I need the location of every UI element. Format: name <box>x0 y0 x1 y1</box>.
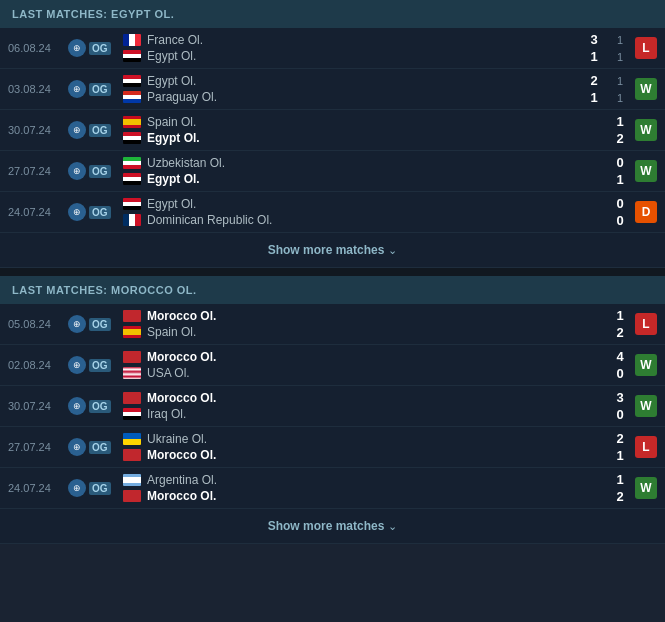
chevron-down-icon: ⌄ <box>388 244 397 257</box>
score2-main: 1 <box>613 448 627 463</box>
show-more-label: Show more matches <box>268 243 385 257</box>
score2-main: 2 <box>613 131 627 146</box>
competition-globe-icon: ⊕ <box>68 80 86 98</box>
score2-sub: 1 <box>613 51 627 63</box>
team1-row: Argentina Ol. <box>123 473 567 487</box>
match-row: 24.07.24 ⊕ OG Egypt Ol. Dominican Republ… <box>0 192 665 233</box>
score2-sub: 1 <box>613 92 627 104</box>
score1-row: 3 1 <box>567 32 627 47</box>
team1-flag <box>123 351 141 363</box>
team2-name: USA Ol. <box>147 366 190 380</box>
result-badge: W <box>635 354 657 376</box>
team2-name: Egypt Ol. <box>147 131 200 145</box>
competition-label: OG <box>89 165 111 178</box>
scores-col: 4 0 <box>567 349 627 381</box>
scores-col: 0 1 <box>567 155 627 187</box>
team1-name: France Ol. <box>147 33 203 47</box>
team2-row: USA Ol. <box>123 366 567 380</box>
match-row: 06.08.24 ⊕ OG France Ol. Egypt Ol. 3 1 <box>0 28 665 69</box>
team1-flag <box>123 433 141 445</box>
competition-col: ⊕ OG <box>68 397 123 415</box>
competition-globe-icon: ⊕ <box>68 397 86 415</box>
competition-globe-icon: ⊕ <box>68 438 86 456</box>
team2-row: Iraq Ol. <box>123 407 567 421</box>
score1-main: 0 <box>613 155 627 170</box>
team1-name: Spain Ol. <box>147 115 196 129</box>
score1-main: 1 <box>613 472 627 487</box>
score2-row: 1 <box>567 172 627 187</box>
score1-row: 2 <box>567 431 627 446</box>
score2-main: 2 <box>613 325 627 340</box>
score1-main: 1 <box>613 114 627 129</box>
competition-label: OG <box>89 83 111 96</box>
team2-name: Egypt Ol. <box>147 49 196 63</box>
score1-row: 0 <box>567 196 627 211</box>
score1-main: 3 <box>613 390 627 405</box>
score2-main: 1 <box>613 172 627 187</box>
match-row: 27.07.24 ⊕ OG Ukraine Ol. Morocco Ol. 2 <box>0 427 665 468</box>
section-header: LAST MATCHES: EGYPT OL. <box>0 0 665 28</box>
match-row: 27.07.24 ⊕ OG Uzbekistan Ol. Egypt Ol. 0 <box>0 151 665 192</box>
match-date: 03.08.24 <box>8 83 68 95</box>
scores-col: 1 2 <box>567 114 627 146</box>
competition-globe-icon: ⊕ <box>68 356 86 374</box>
match-date: 30.07.24 <box>8 400 68 412</box>
score2-row: 1 1 <box>567 49 627 64</box>
teams-col: Morocco Ol. Iraq Ol. <box>123 391 567 421</box>
team1-row: Egypt Ol. <box>123 74 567 88</box>
team1-name: Uzbekistan Ol. <box>147 156 225 170</box>
team1-name: Egypt Ol. <box>147 197 196 211</box>
score1-row: 1 <box>567 472 627 487</box>
score1-main: 1 <box>613 308 627 323</box>
team1-row: France Ol. <box>123 33 567 47</box>
team2-flag <box>123 214 141 226</box>
team2-row: Paraguay Ol. <box>123 90 567 104</box>
score2-main: 0 <box>613 366 627 381</box>
show-more-button[interactable]: Show more matches ⌄ <box>0 233 665 268</box>
scores-col: 2 1 1 1 <box>567 73 627 105</box>
match-date: 06.08.24 <box>8 42 68 54</box>
team1-flag <box>123 198 141 210</box>
team1-row: Spain Ol. <box>123 115 567 129</box>
competition-col: ⊕ OG <box>68 438 123 456</box>
match-date: 27.07.24 <box>8 441 68 453</box>
team2-row: Dominican Republic Ol. <box>123 213 567 227</box>
show-more-button[interactable]: Show more matches ⌄ <box>0 509 665 544</box>
competition-globe-icon: ⊕ <box>68 203 86 221</box>
competition-label: OG <box>89 124 111 137</box>
match-row: 30.07.24 ⊕ OG Spain Ol. Egypt Ol. 1 <box>0 110 665 151</box>
team1-row: Uzbekistan Ol. <box>123 156 567 170</box>
score1-row: 1 <box>567 308 627 323</box>
teams-col: Egypt Ol. Paraguay Ol. <box>123 74 567 104</box>
score2-row: 1 1 <box>567 90 627 105</box>
team2-flag <box>123 449 141 461</box>
score2-row: 2 <box>567 131 627 146</box>
team1-flag <box>123 75 141 87</box>
score2-row: 0 <box>567 407 627 422</box>
match-row: 02.08.24 ⊕ OG Morocco Ol. USA Ol. 4 <box>0 345 665 386</box>
competition-label: OG <box>89 441 111 454</box>
team1-flag <box>123 310 141 322</box>
team1-row: Morocco Ol. <box>123 309 567 323</box>
result-badge: W <box>635 78 657 100</box>
match-date: 30.07.24 <box>8 124 68 136</box>
score1-sub: 1 <box>613 34 627 46</box>
score2-row: 2 <box>567 325 627 340</box>
team1-row: Morocco Ol. <box>123 350 567 364</box>
competition-col: ⊕ OG <box>68 479 123 497</box>
team1-name: Morocco Ol. <box>147 309 216 323</box>
teams-col: Morocco Ol. Spain Ol. <box>123 309 567 339</box>
competition-globe-icon: ⊕ <box>68 121 86 139</box>
team1-row: Ukraine Ol. <box>123 432 567 446</box>
team2-row: Spain Ol. <box>123 325 567 339</box>
score1-row: 4 <box>567 349 627 364</box>
team2-name: Egypt Ol. <box>147 172 200 186</box>
result-badge: D <box>635 201 657 223</box>
team2-flag <box>123 326 141 338</box>
teams-col: Uzbekistan Ol. Egypt Ol. <box>123 156 567 186</box>
teams-col: Argentina Ol. Morocco Ol. <box>123 473 567 503</box>
competition-col: ⊕ OG <box>68 80 123 98</box>
match-date: 02.08.24 <box>8 359 68 371</box>
teams-col: Ukraine Ol. Morocco Ol. <box>123 432 567 462</box>
competition-col: ⊕ OG <box>68 315 123 333</box>
